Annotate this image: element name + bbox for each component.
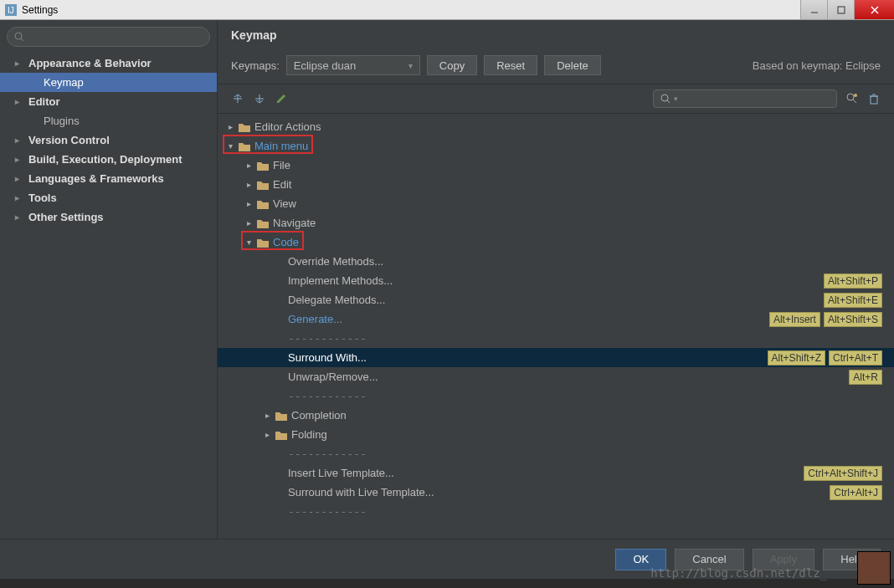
tree-row[interactable]: ▸View (218, 194, 894, 213)
folder-icon (275, 429, 288, 441)
tree-row[interactable]: ▾Main menu (218, 136, 894, 156)
tree-label: Insert Live Template... (288, 467, 394, 479)
separator-dashes: ------------ (288, 505, 367, 518)
sidebar-item-other-settings[interactable]: Other Settings (0, 207, 217, 227)
tree-arrow-icon: ▾ (244, 238, 253, 247)
tree-row[interactable]: ▸File (218, 156, 894, 175)
tree-row[interactable]: Implement Methods...Alt+Shift+P (218, 271, 894, 290)
search-icon (660, 94, 670, 104)
tree-label: Navigate (273, 217, 316, 229)
svg-text:IJ: IJ (8, 6, 14, 15)
tree-separator: ------------ (218, 329, 894, 348)
chevron-down-icon: ▾ (408, 61, 413, 70)
tree-arrow-icon: ▸ (263, 411, 271, 420)
tree-arrow-icon: ▸ (244, 218, 253, 228)
shortcut-badge: Alt+Shift+Z (768, 350, 825, 366)
search-icon (14, 32, 24, 42)
tree-row[interactable]: Surround With...Alt+Shift+ZCtrl+Alt+T (218, 348, 894, 367)
delete-button[interactable]: Delete (544, 55, 601, 75)
tree-row[interactable]: ▸Navigate (218, 213, 894, 233)
tree-separator: ------------ (218, 502, 894, 521)
window-title: Settings (22, 4, 58, 16)
tree-row[interactable]: Generate...Alt+InsertAlt+Shift+S (218, 309, 894, 329)
svg-line-9 (234, 95, 238, 97)
shortcut-badge: Ctrl+Alt+T (829, 350, 882, 366)
shortcut-badge: Alt+Shift+S (824, 312, 882, 327)
separator-dashes: ------------ (288, 447, 367, 460)
collapse-all-icon[interactable] (253, 92, 266, 105)
expand-all-icon[interactable] (231, 92, 244, 105)
svg-line-14 (259, 100, 263, 103)
tree-label: Unwrap/Remove... (288, 371, 378, 383)
action-search[interactable]: ▾ (653, 89, 837, 108)
tree-row[interactable]: Unwrap/Remove...Alt+R (218, 367, 894, 386)
tree-row[interactable]: ▸Completion (218, 406, 894, 425)
tree-row[interactable]: ▸Folding (218, 425, 894, 444)
shortcut-badge: Ctrl+Alt+Shift+J (804, 466, 882, 481)
trash-icon[interactable] (867, 92, 881, 105)
svg-rect-3 (838, 7, 845, 13)
keymap-tree[interactable]: ▸Editor Actions▾Main menu▸File▸Edit▸View… (218, 114, 894, 539)
svg-point-6 (15, 33, 22, 39)
sidebar-item-languages-frameworks[interactable]: Languages & Frameworks (0, 169, 217, 188)
sidebar-item-version-control[interactable]: Version Control (0, 130, 217, 150)
sidebar-search[interactable] (7, 27, 210, 47)
chevron-down-icon: ▾ (674, 95, 678, 103)
svg-line-19 (853, 100, 856, 103)
svg-rect-21 (871, 96, 877, 104)
tree-row[interactable]: Override Methods... (218, 252, 894, 271)
minimize-button[interactable] (800, 0, 827, 19)
find-by-shortcut-icon[interactable] (845, 92, 859, 105)
tree-label: Completion (291, 409, 347, 422)
tree-label: Generate... (288, 313, 342, 325)
tree-row[interactable]: ▾Code (218, 233, 894, 252)
tree-arrow-icon: ▸ (244, 161, 253, 170)
svg-line-10 (238, 95, 241, 97)
copy-button[interactable]: Copy (427, 55, 477, 75)
settings-sidebar: Appearance & BehaviorKeymapEditorPlugins… (0, 20, 218, 539)
shortcut-badge: Alt+Shift+E (824, 293, 882, 308)
page-title: Keymap (218, 20, 894, 50)
folder-icon (256, 160, 270, 171)
sidebar-item-tools[interactable]: Tools (0, 188, 217, 207)
folder-icon (256, 198, 270, 210)
titlebar: IJ Settings (0, 0, 894, 20)
avatar (857, 551, 891, 585)
tree-label: Main menu (254, 140, 308, 152)
svg-line-7 (21, 38, 23, 41)
tree-label: Edit (273, 178, 291, 191)
separator-dashes: ------------ (288, 390, 367, 402)
edit-icon[interactable] (275, 92, 288, 105)
tree-label: Delegate Methods... (288, 294, 385, 306)
sidebar-item-appearance-behavior[interactable]: Appearance & Behavior (0, 54, 217, 73)
tree-row[interactable]: Surround with Live Template...Ctrl+Alt+J (218, 483, 894, 502)
tree-row[interactable]: Delegate Methods...Alt+Shift+E (218, 290, 894, 309)
tree-row[interactable]: ▸Edit (218, 175, 894, 194)
folder-icon (256, 237, 270, 248)
content-panel: Keymap Keymaps: Eclipse duan ▾ Copy Rese… (218, 20, 894, 539)
keymaps-dropdown[interactable]: Eclipse duan ▾ (286, 55, 420, 75)
sidebar-item-keymap[interactable]: Keymap (0, 73, 217, 92)
tree-arrow-icon: ▸ (244, 199, 253, 208)
tree-label: Implement Methods... (288, 274, 393, 287)
svg-point-16 (661, 95, 668, 101)
sidebar-item-build-execution-deployment[interactable]: Build, Execution, Deployment (0, 150, 217, 169)
tree-row[interactable]: ▸Editor Actions (218, 117, 894, 136)
tree-arrow-icon: ▸ (226, 122, 234, 131)
folder-icon (275, 410, 288, 422)
tree-arrow-icon: ▾ (226, 141, 234, 151)
reset-button[interactable]: Reset (484, 55, 537, 75)
tree-row[interactable]: Insert Live Template...Ctrl+Alt+Shift+J (218, 463, 894, 483)
sidebar-item-editor[interactable]: Editor (0, 92, 217, 111)
folder-icon (256, 217, 270, 229)
tree-label: Surround With... (288, 351, 367, 364)
svg-line-13 (256, 100, 259, 103)
sidebar-item-plugins[interactable]: Plugins (0, 111, 217, 130)
close-button[interactable] (854, 0, 894, 19)
tree-label: Override Methods... (288, 255, 383, 268)
maximize-button[interactable] (827, 0, 854, 19)
tree-label: Surround with Live Template... (288, 486, 434, 499)
svg-point-20 (854, 94, 857, 97)
folder-icon (238, 141, 251, 152)
tree-label: File (273, 159, 290, 171)
